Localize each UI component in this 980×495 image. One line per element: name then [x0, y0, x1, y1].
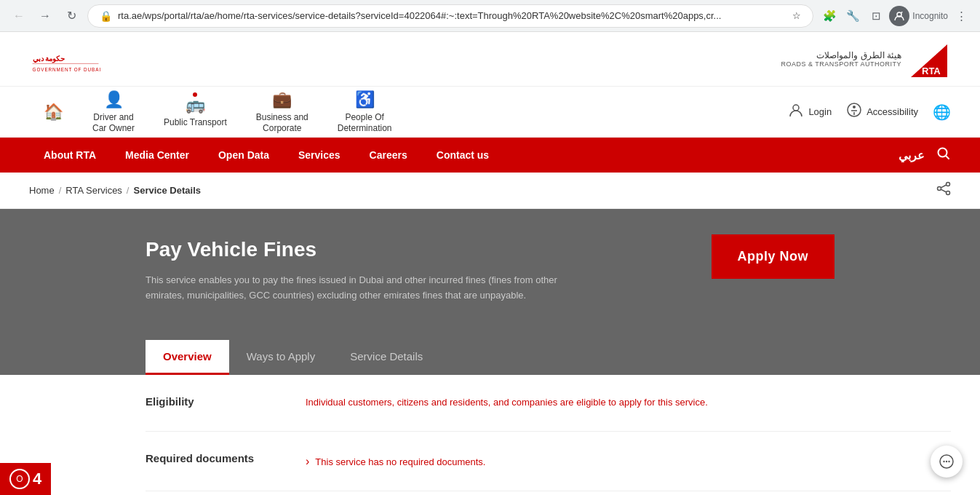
- breadcrumb-sep-2: /: [127, 185, 130, 196]
- breadcrumb-current: Service Details: [133, 185, 201, 196]
- driver-label: Driver andCar Owner: [92, 112, 135, 133]
- notification-dot: [193, 92, 197, 97]
- nav-media-center[interactable]: Media Center: [111, 138, 204, 173]
- search-icon[interactable]: [936, 146, 951, 165]
- content-section: Eligibility Individual customers, citize…: [0, 375, 980, 491]
- nav-contact-us[interactable]: Contact us: [422, 138, 503, 173]
- nav-item-business[interactable]: 💼 Business andCorporate: [242, 83, 323, 140]
- service-description: This service enables you to pay the fine…: [146, 273, 582, 304]
- bottom-badge[interactable]: O 4: [0, 463, 51, 491]
- public-transport-label: Public Transport: [164, 117, 227, 127]
- url-text: rta.ae/wps/portal/rta/ae/home/rta-servic…: [118, 10, 786, 21]
- puzzle-icon[interactable]: 🔧: [842, 6, 863, 26]
- nav-open-data[interactable]: Open Data: [204, 138, 284, 173]
- star-icon[interactable]: ☆: [792, 10, 801, 21]
- svg-text:GOVERNMENT OF DUBAI: GOVERNMENT OF DUBAI: [33, 67, 102, 72]
- tab-overview[interactable]: Overview: [146, 340, 229, 375]
- svg-line-14: [941, 185, 946, 188]
- tab-service-details[interactable]: Service Details: [332, 340, 440, 375]
- business-icon: 💼: [272, 90, 292, 109]
- svg-line-13: [941, 189, 946, 192]
- nav-item-driver[interactable]: 👤 Driver andCar Owner: [78, 83, 149, 140]
- back-button[interactable]: ←: [9, 6, 29, 26]
- login-icon: [788, 102, 804, 122]
- red-navbar: About RTA Media Center Open Data Service…: [0, 138, 980, 173]
- extensions-icon[interactable]: 🧩: [819, 6, 840, 26]
- required-docs-label: Required documents: [146, 452, 276, 464]
- determination-label: People OfDetermination: [338, 112, 392, 133]
- badge-circle: O: [9, 469, 30, 489]
- nav-careers[interactable]: Careers: [355, 138, 422, 173]
- determination-icon: ♿: [355, 90, 375, 109]
- chat-widget[interactable]: [931, 446, 963, 478]
- browser-toolbar: 🧩 🔧 ⊡ Incognito ⋮: [819, 6, 971, 26]
- accessibility-label: Accessibility: [867, 106, 918, 117]
- svg-point-12: [947, 191, 950, 195]
- nav-services[interactable]: Services: [284, 138, 355, 173]
- svg-point-11: [938, 187, 941, 191]
- main-navigation: 🏠 👤 Driver andCar Owner 🚌 Public Transpo…: [0, 87, 980, 138]
- breadcrumb: Home / RTA Services / Service Details: [29, 185, 201, 196]
- public-transport-icon: 🚌: [186, 95, 205, 114]
- rta-english-text: ROADS & TRANSPORT AUTHORITY: [781, 60, 901, 68]
- business-label: Business andCorporate: [256, 112, 308, 133]
- home-icon: 🏠: [44, 103, 63, 122]
- rta-arabic-text: هيئة الطرق والمواصلات: [781, 50, 901, 60]
- page-header: حكومة دبي GOVERNMENT OF DUBAI هيئة الطرق…: [0, 32, 980, 87]
- nav-items: 🏠 👤 Driver andCar Owner 🚌 Public Transpo…: [29, 83, 406, 140]
- eligibility-label: Eligibility: [146, 395, 276, 408]
- svg-point-8: [853, 106, 856, 108]
- share-icon[interactable]: [936, 181, 951, 199]
- incognito-badge: [889, 6, 909, 26]
- badge-number: 4: [33, 470, 41, 488]
- nav-item-people-determination[interactable]: ♿ People OfDetermination: [323, 83, 407, 140]
- nav-about-rta[interactable]: About RTA: [29, 138, 111, 173]
- svg-text:RTA: RTA: [922, 66, 941, 76]
- reload-button[interactable]: ↻: [61, 6, 81, 26]
- rta-logo[interactable]: هيئة الطرق والمواصلات ROADS & TRANSPORT …: [781, 41, 951, 77]
- browser-chrome: ← → ↻ 🔒 rta.ae/wps/portal/rta/ae/home/rt…: [0, 0, 980, 32]
- arabic-toggle[interactable]: عربي: [899, 148, 925, 162]
- rta-logo-text: هيئة الطرق والمواصلات ROADS & TRANSPORT …: [781, 50, 901, 68]
- svg-point-17: [946, 461, 947, 462]
- globe-icon[interactable]: 🌐: [933, 103, 951, 121]
- breadcrumb-home[interactable]: Home: [29, 185, 55, 196]
- rta-triangle-logo: RTA: [907, 41, 951, 77]
- red-nav-right: عربي: [899, 146, 951, 165]
- gov-dubai-logo[interactable]: حكومة دبي GOVERNMENT OF DUBAI: [29, 43, 102, 76]
- address-bar[interactable]: 🔒 rta.ae/wps/portal/rta/ae/home/rta-serv…: [87, 4, 813, 28]
- svg-point-18: [948, 461, 949, 462]
- tab-ways-to-apply[interactable]: Ways to Apply: [229, 340, 332, 375]
- eligibility-row: Eligibility Individual customers, citize…: [146, 375, 951, 432]
- menu-button[interactable]: ⋮: [951, 6, 971, 26]
- accessibility-icon: [846, 102, 862, 122]
- incognito-label: Incognito: [912, 11, 948, 21]
- svg-point-6: [793, 105, 799, 111]
- login-label: Login: [808, 106, 832, 117]
- eligibility-value: Individual customers, citizens and resid…: [306, 395, 728, 411]
- required-docs-value: This service has no required documents.: [306, 452, 728, 471]
- tabs-bar: Overview Ways to Apply Service Details: [0, 340, 980, 375]
- nav-right: Login Accessibility 🌐: [788, 102, 951, 122]
- nav-item-home[interactable]: 🏠: [29, 95, 78, 129]
- breadcrumb-sep-1: /: [59, 185, 62, 196]
- required-docs-row: Required documents This service has no r…: [146, 432, 951, 492]
- accessibility-button[interactable]: Accessibility: [846, 102, 918, 122]
- red-nav-links: About RTA Media Center Open Data Service…: [29, 138, 503, 173]
- breadcrumb-rta-services[interactable]: RTA Services: [65, 185, 122, 196]
- svg-text:حكومة دبي: حكومة دبي: [33, 55, 65, 63]
- apply-now-button[interactable]: Apply Now: [712, 234, 835, 279]
- main-content-area: Pay Vehicle Fines This service enables y…: [0, 209, 980, 340]
- login-button[interactable]: Login: [788, 102, 832, 122]
- svg-point-10: [947, 183, 950, 186]
- profile-icon[interactable]: ⊡: [866, 6, 886, 26]
- driver-icon: 👤: [104, 90, 124, 109]
- breadcrumb-bar: Home / RTA Services / Service Details: [0, 173, 980, 209]
- lock-icon: 🔒: [100, 10, 112, 22]
- forward-button[interactable]: →: [35, 6, 55, 26]
- nav-item-public-transport[interactable]: 🚌 Public Transport: [149, 88, 242, 135]
- svg-point-16: [943, 461, 944, 462]
